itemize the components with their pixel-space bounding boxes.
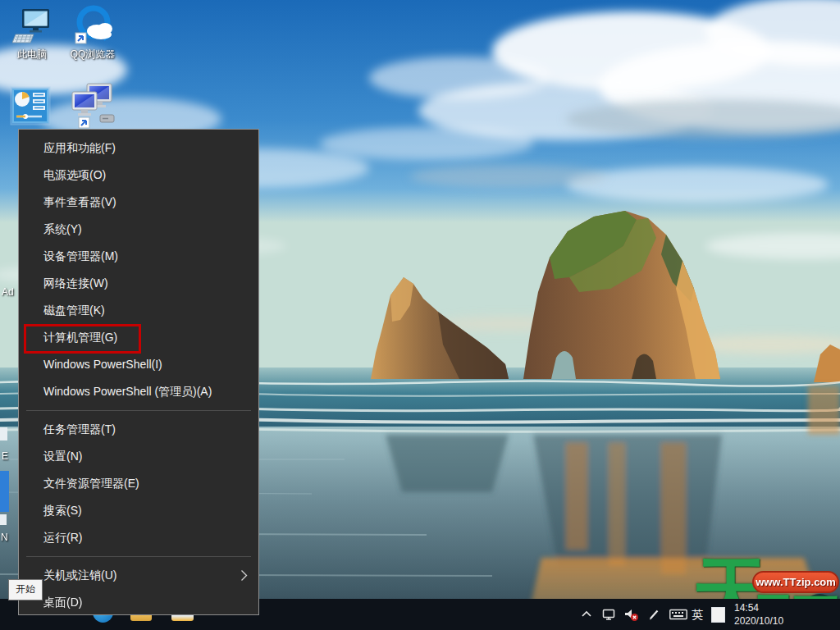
ime-language-indicator[interactable]: 英	[692, 608, 703, 621]
menu-item-apps-features[interactable]: 应用和功能(F)	[19, 135, 258, 162]
partial-icon-label: Ad	[2, 286, 14, 298]
menu-item-network-connections[interactable]: 网络连接(W)	[19, 270, 258, 297]
menu-item-run[interactable]: 运行(R)	[19, 524, 258, 551]
menu-separator	[19, 551, 258, 562]
computer-management-icon	[9, 85, 52, 126]
menu-item-powershell-admin[interactable]: Windows PowerShell (管理员)(A)	[19, 378, 258, 405]
menu-item-disk-management[interactable]: 磁盘管理(K)	[19, 297, 258, 324]
start-button-tooltip: 开始	[8, 579, 43, 600]
network-icon[interactable]	[602, 608, 617, 621]
chevron-up-icon[interactable]	[580, 608, 593, 621]
menu-item-event-viewer[interactable]: 事件查看器(V)	[19, 189, 258, 216]
icon-label: QQ浏览器	[64, 48, 121, 60]
partial-icon	[0, 471, 9, 512]
taskbar-clock[interactable]: 14:54 2020/10/10	[734, 601, 783, 628]
network-computers-icon	[66, 82, 116, 130]
this-pc-icon	[12, 7, 52, 46]
touch-keyboard-icon[interactable]	[669, 608, 687, 621]
menu-item-file-explorer[interactable]: 文件资源管理器(E)	[19, 470, 258, 497]
menu-item-shutdown-signout[interactable]: 关机或注销(U)	[19, 562, 258, 589]
windows-ink-icon[interactable]	[647, 608, 660, 621]
menu-item-device-manager[interactable]: 设备管理器(M)	[19, 243, 258, 270]
menu-item-settings[interactable]: 设置(N)	[19, 443, 258, 470]
submenu-chevron-icon	[240, 569, 248, 582]
clock-time: 14:54	[734, 601, 783, 614]
menu-item-system[interactable]: 系统(Y)	[19, 216, 258, 243]
menu-item-task-manager[interactable]: 任务管理器(T)	[19, 416, 258, 443]
menu-item-desktop[interactable]: 桌面(D)	[19, 589, 258, 616]
ime-mode-icon[interactable]	[711, 607, 725, 623]
volume-muted-icon[interactable]	[624, 608, 639, 622]
menu-item-power-options[interactable]: 电源选项(O)	[19, 162, 258, 189]
winx-context-menu: 应用和功能(F) 电源选项(O) 事件查看器(V) 系统(Y) 设备管理器(M)…	[18, 129, 259, 615]
icon-label: 此电脑	[3, 48, 61, 60]
partial-icon	[0, 427, 7, 441]
menu-separator	[19, 405, 258, 416]
desktop-icon-computer-management[interactable]	[2, 85, 59, 126]
desktop-icon-qq-browser[interactable]: QQ浏览器	[64, 3, 121, 60]
desktop-icon-this-pc[interactable]: 此电脑	[3, 7, 61, 60]
partial-icon-label: E	[2, 450, 8, 462]
menu-item-powershell[interactable]: Windows PowerShell(I)	[19, 351, 258, 378]
menu-item-search[interactable]: 搜索(S)	[19, 497, 258, 524]
qq-browser-icon	[70, 3, 116, 46]
clock-date: 2020/10/10	[734, 614, 783, 628]
partial-icon	[0, 514, 7, 525]
partial-icon-label: N	[1, 532, 8, 543]
desktop-icon-network-computers[interactable]	[62, 82, 120, 130]
menu-item-computer-management[interactable]: 计算机管理(G)	[19, 324, 258, 351]
